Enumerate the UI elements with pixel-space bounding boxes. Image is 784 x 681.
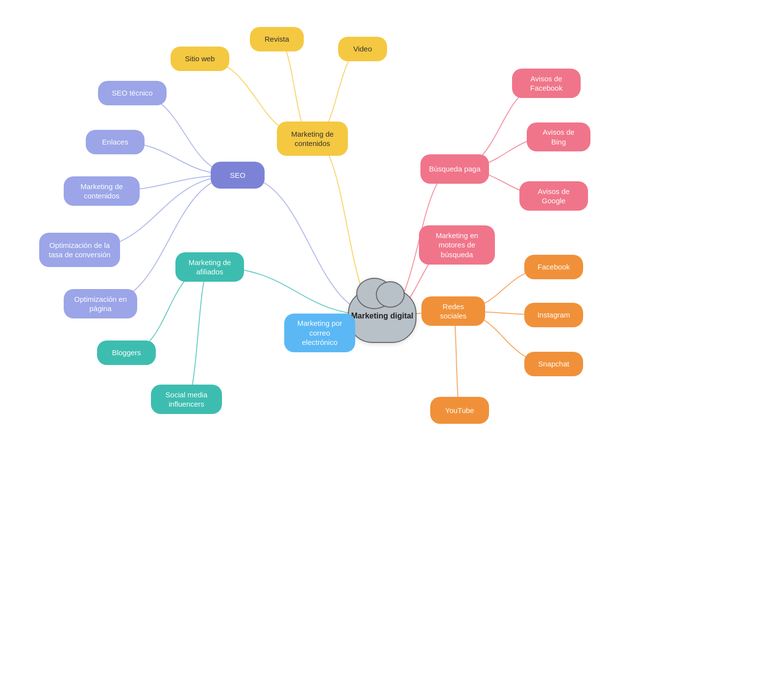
node-seo_tecnico[interactable]: SEO técnico [98,81,167,105]
node-social_media[interactable]: Social media influencers [151,385,222,414]
node-bloggers[interactable]: Bloggers [97,340,156,365]
node-enlaces[interactable]: Enlaces [86,130,145,154]
node-marketing_afiliados[interactable]: Marketing de afiliados [175,252,244,282]
center-node[interactable]: Marketing digital [348,289,416,343]
node-marketing_motores[interactable]: Marketing en motores de búsqueda [419,225,495,265]
node-avisos_google[interactable]: Avisos de Google [519,181,588,211]
node-snapchat[interactable]: Snapchat [524,352,583,376]
node-revista[interactable]: Revista [250,27,304,51]
node-instagram[interactable]: Instagram [524,303,583,327]
node-avisos_bing[interactable]: Avisos de Bing [527,122,590,151]
node-avisos_facebook[interactable]: Avisos de Facebook [512,69,581,98]
node-marketing_contenidos_main[interactable]: Marketing de contenidos [277,122,348,156]
node-seo[interactable]: SEO [211,162,265,189]
node-optimizacion_tasa[interactable]: Optimización de la tasa de conversión [39,233,120,267]
node-busqueda_paga[interactable]: Búsqueda paga [420,154,489,184]
node-marketing_contenidos_seo[interactable]: Marketing de contenidos [64,176,140,206]
node-sitio_web[interactable]: Sitio web [171,47,229,71]
node-optimizacion_pagina[interactable]: Optimización en página [64,289,137,318]
center-label: Marketing digital [351,311,413,321]
node-youtube[interactable]: YouTube [430,397,489,424]
node-marketing_correo[interactable]: Marketing por correo electrónico [284,314,355,352]
node-video[interactable]: Video [338,37,387,61]
node-redes_sociales[interactable]: Redes sociales [421,296,485,326]
node-facebook[interactable]: Facebook [524,255,583,279]
